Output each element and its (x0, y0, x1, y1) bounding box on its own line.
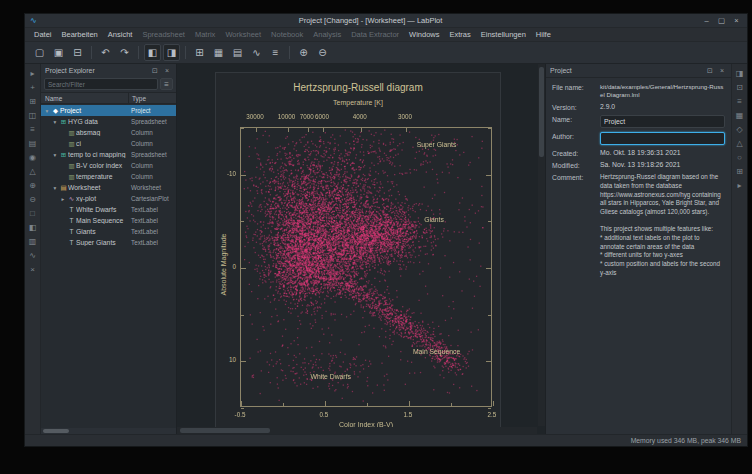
expand-dock-icon[interactable]: ▸ (734, 180, 746, 191)
plot-area[interactable] (240, 127, 492, 407)
filter-options-button[interactable]: ≡ (160, 78, 173, 90)
zoom-out-button[interactable]: ⊖ (314, 44, 331, 61)
columns-tool-icon[interactable]: ▥ (27, 236, 39, 247)
toggle-project-explorer-button[interactable]: ◧ (144, 44, 161, 61)
worksheet-vertical-scrollbar[interactable] (538, 64, 545, 426)
axis-tick (486, 175, 491, 176)
search-input[interactable] (44, 78, 158, 90)
annotation-white-dwarfs[interactable]: White Dwarfs (311, 373, 351, 380)
titlebar[interactable]: ∿ Project [Changed] - [Worksheet] — LabP… (25, 14, 747, 28)
new-notebook-button[interactable]: ≡ (267, 44, 284, 61)
redo-button[interactable]: ↷ (116, 44, 133, 61)
minimize-button[interactable]: – (701, 15, 712, 26)
menu-einstellungen[interactable]: Einstellungen (476, 30, 531, 39)
tree-row-super-giants[interactable]: TSuper GiantsTextLabel (41, 237, 176, 248)
tree-row-main-sequence[interactable]: TMain SequenceTextLabel (41, 215, 176, 226)
expander-icon[interactable]: ▾ (51, 152, 59, 158)
tree-row-white-dwarfs[interactable]: TWhite DwarfsTextLabel (41, 204, 176, 215)
menu-datei[interactable]: Datei (29, 30, 57, 39)
author-input[interactable] (600, 132, 725, 145)
new-matrix-button[interactable]: ▦ (210, 44, 227, 61)
close-panel-button[interactable]: × (717, 66, 727, 76)
worksheet-view[interactable]: Hertzsprung-Russell diagram Temperature … (177, 64, 545, 434)
tree-row-giants[interactable]: TGiantsTextLabel (41, 226, 176, 237)
float-dock-icon[interactable]: ⊡ (734, 82, 746, 93)
scatter-canvas[interactable] (241, 128, 493, 408)
select-tool-icon[interactable]: ◉ (27, 152, 39, 163)
column-header-type[interactable]: Type (128, 93, 176, 103)
menu-bearbeiten[interactable]: Bearbeiten (57, 30, 103, 39)
open-project-button[interactable]: ▣ (50, 44, 67, 61)
name-input[interactable] (600, 115, 725, 128)
undo-button[interactable]: ↶ (97, 44, 114, 61)
tree-item-name: temp to ci mapping (68, 151, 128, 158)
close-tool-icon[interactable]: × (27, 264, 39, 275)
float-panel-button[interactable]: ⊡ (705, 66, 715, 76)
curve-tool-icon[interactable]: ∿ (27, 250, 39, 261)
new-worksheet-button[interactable]: ▤ (229, 44, 246, 61)
created-label: Created: (552, 149, 596, 157)
new-project-button[interactable]: ▢ (31, 44, 48, 61)
tree-row-ci[interactable]: ▥ciColumn (41, 138, 176, 149)
diamond-marker-icon[interactable]: ◇ (734, 124, 746, 135)
tree-column-headers[interactable]: Name Type (41, 92, 176, 104)
zoom-in-button[interactable]: ⊕ (295, 44, 312, 61)
annotation-main-sequence[interactable]: Main Sequence (413, 348, 460, 355)
menu-extras[interactable]: Extras (445, 30, 476, 39)
grid-icon[interactable]: ▦ (734, 110, 746, 121)
toggle-properties-dock-button[interactable]: ◨ (163, 44, 180, 61)
expander-icon[interactable]: ▸ (59, 196, 67, 202)
maximize-button[interactable]: ▢ (716, 15, 727, 26)
menu-hilfe[interactable]: Hilfe (531, 30, 556, 39)
menu-spreadsheet: Spreadsheet (137, 30, 190, 39)
new-plot-button[interactable]: ∿ (248, 44, 265, 61)
zoom-out-tool-icon[interactable]: ⊖ (27, 194, 39, 205)
menu-ansicht[interactable]: Ansicht (103, 30, 138, 39)
worksheet-hscrollbar-thumb[interactable] (180, 428, 270, 433)
menu-icon[interactable]: ≡ (734, 96, 746, 107)
collapse-dock-icon[interactable]: ▸ (27, 68, 39, 79)
triangle-marker-icon[interactable]: △ (734, 138, 746, 149)
expander-icon[interactable]: ▾ (51, 119, 59, 125)
rect-select-tool-icon[interactable]: □ (27, 208, 39, 219)
annotation-super-giants[interactable]: Super Giants (417, 140, 457, 147)
menu-windows[interactable]: Windows (404, 30, 444, 39)
toolbar-separator (185, 46, 186, 59)
worksheet-page[interactable]: Hertzsprung-Russell diagram Temperature … (215, 72, 501, 434)
labplot-window: ∿ Project [Changed] - [Worksheet] — LabP… (24, 13, 748, 447)
tree-row-temperature[interactable]: ▥temperatureColumn (41, 171, 176, 182)
zoom-in-tool-icon[interactable]: ⊕ (27, 180, 39, 191)
add-icon[interactable]: + (27, 82, 39, 93)
worksheet-tool-icon[interactable]: ▤ (27, 138, 39, 149)
worksheet-horizontal-scrollbar[interactable] (177, 427, 537, 434)
shape-tool-icon[interactable]: △ (27, 166, 39, 177)
split-view-icon[interactable]: ◫ (27, 110, 39, 121)
explorer-horizontal-scrollbar[interactable] (41, 428, 176, 434)
dock-left-icon[interactable]: ◧ (27, 222, 39, 233)
expander-icon[interactable]: ▾ (51, 185, 59, 191)
save-project-button[interactable]: ⊟ (69, 44, 86, 61)
tree-row-b-v-color-index[interactable]: ▥B-V color indexColumn (41, 160, 176, 171)
tree-row-absmag[interactable]: ▥absmagColumn (41, 127, 176, 138)
top-tick-label: 6000 (315, 113, 329, 120)
annotation-giants[interactable]: Giants (424, 216, 444, 223)
column-header-name[interactable]: Name (41, 93, 128, 103)
add-panel-icon[interactable]: ⊞ (734, 166, 746, 177)
tree-row-hyg-data[interactable]: ▾⊞HYG dataSpreadsheet (41, 116, 176, 127)
spreadsheet-tool-icon[interactable]: ⊞ (27, 96, 39, 107)
tree-row-project[interactable]: ▾◆ProjectProject (41, 105, 176, 116)
explorer-scrollbar-thumb[interactable] (43, 429, 69, 433)
close-panel-button[interactable]: × (162, 66, 172, 76)
tree-row-temp-to-ci-mapping[interactable]: ▾⊞temp to ci mappingSpreadsheet (41, 149, 176, 160)
new-spreadsheet-button[interactable]: ⊞ (191, 44, 208, 61)
expander-icon[interactable]: ▾ (43, 108, 51, 114)
worksheet-vscrollbar-thumb[interactable] (539, 67, 544, 157)
tree-item-type: Worksheet (128, 184, 176, 191)
close-button[interactable]: × (731, 15, 742, 26)
list-tool-icon[interactable]: ≡ (27, 124, 39, 135)
dock-right-icon[interactable]: ◨ (734, 68, 746, 79)
tree-row-worksheet[interactable]: ▾▤WorksheetWorksheet (41, 182, 176, 193)
circle-marker-icon[interactable]: ○ (734, 152, 746, 163)
tree-row-xy-plot[interactable]: ▸∿xy-plotCartesianPlot (41, 193, 176, 204)
float-panel-button[interactable]: ⊡ (150, 66, 160, 76)
